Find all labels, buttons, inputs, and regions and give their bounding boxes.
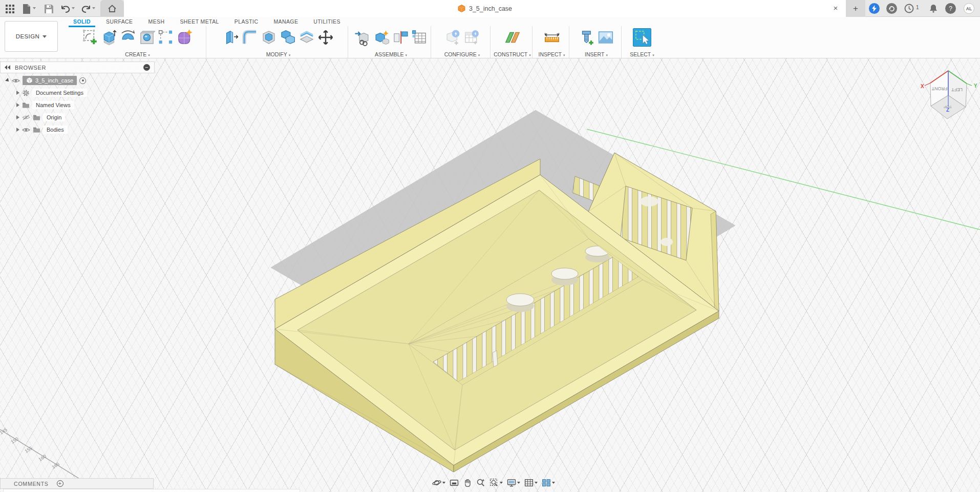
tab-sheet-metal[interactable]: SHEET METAL xyxy=(172,17,226,26)
visibility-eye-icon[interactable] xyxy=(12,78,20,84)
visibility-off-eye-icon[interactable] xyxy=(22,114,30,120)
visibility-eye-icon[interactable] xyxy=(22,127,30,133)
extensions-button[interactable] xyxy=(869,3,880,14)
save-button[interactable] xyxy=(42,2,55,15)
viewcube[interactable]: FRONT LEFT TOP X Y Z xyxy=(903,59,980,128)
group-create: CREATE xyxy=(69,26,206,58)
undo-button[interactable] xyxy=(59,2,72,15)
job-status-button[interactable] xyxy=(886,3,897,14)
configuration-table-icon[interactable] xyxy=(463,29,480,46)
viewcube-cube[interactable]: FRONT LEFT TOP X Y Z xyxy=(921,71,977,119)
browser-header[interactable]: BROWSER − xyxy=(0,61,155,73)
combine-icon[interactable] xyxy=(279,29,296,46)
expand-icon[interactable] xyxy=(16,103,19,107)
select-dropdown[interactable]: SELECT xyxy=(624,51,661,57)
app-grid-icon[interactable] xyxy=(3,2,16,15)
grid-settings-button[interactable] xyxy=(523,477,539,488)
activate-component-radio[interactable] xyxy=(79,77,86,84)
file-menu-button[interactable] xyxy=(19,2,33,15)
move-copy-icon[interactable] xyxy=(317,29,334,46)
grid-icon xyxy=(524,478,534,487)
tree-row-named-views[interactable]: Named Views xyxy=(0,100,155,110)
svg-text:145: 145 xyxy=(0,427,8,436)
insert-canvas-icon[interactable] xyxy=(597,29,614,46)
create-sketch-icon[interactable] xyxy=(81,29,99,46)
expand-icon[interactable] xyxy=(16,91,19,95)
viewports-button[interactable] xyxy=(541,477,556,488)
hole-icon[interactable] xyxy=(138,29,156,46)
group-configure: CONFIGURE xyxy=(434,26,491,58)
new-component-icon[interactable] xyxy=(373,29,390,46)
tab-solid[interactable]: SOLID xyxy=(66,17,98,26)
tab-plastic[interactable]: PLASTIC xyxy=(227,17,266,26)
look-at-button[interactable] xyxy=(449,477,460,488)
configure-dropdown[interactable]: CONFIGURE xyxy=(434,51,490,57)
select-tool-icon[interactable] xyxy=(633,28,651,47)
tab-manage[interactable]: MANAGE xyxy=(266,17,306,26)
file-menu-caret[interactable] xyxy=(33,7,36,9)
collapse-panel-icon[interactable] xyxy=(5,65,11,70)
document-tab[interactable]: 3_5_inch_case × xyxy=(124,0,846,17)
tree-label: Origin xyxy=(43,113,65,121)
measure-icon[interactable] xyxy=(543,29,561,46)
shell-icon[interactable] xyxy=(260,29,278,46)
fit-button[interactable] xyxy=(488,477,504,488)
construct-dropdown[interactable]: CONSTRUCT xyxy=(493,51,532,57)
root-node[interactable]: 3_5_inch_case xyxy=(23,76,77,85)
clock-icon xyxy=(904,4,914,13)
pan-button[interactable] xyxy=(462,477,473,488)
expand-icon-root[interactable] xyxy=(5,78,10,83)
home-tab[interactable] xyxy=(100,0,124,17)
tree-row-document-settings[interactable]: Document Settings xyxy=(0,88,155,98)
press-pull-icon[interactable] xyxy=(222,29,240,46)
title-bar: 3_5_inch_case × + 1 xyxy=(0,0,980,17)
svg-text:LEFT: LEFT xyxy=(951,87,963,92)
tab-surface[interactable]: SURFACE xyxy=(98,17,140,26)
tab-utilities[interactable]: UTILITIES xyxy=(306,17,348,26)
assemble-dropdown[interactable]: ASSEMBLE xyxy=(351,51,431,57)
undo-caret[interactable] xyxy=(72,7,75,9)
notification-center-button[interactable] xyxy=(904,3,914,14)
insert-dropdown[interactable]: INSERT xyxy=(571,51,621,57)
tab-mesh[interactable]: MESH xyxy=(141,17,173,26)
close-tab-button[interactable]: × xyxy=(830,3,841,13)
comments-bar[interactable]: COMMENTS + xyxy=(0,478,154,489)
group-modify: MODIFY xyxy=(209,26,348,58)
zoom-button[interactable] xyxy=(475,477,486,488)
ribbon-tabs: SOLID SURFACE MESH SHEET METAL PLASTIC M… xyxy=(66,17,348,26)
expand-icon[interactable] xyxy=(16,115,19,119)
rectangular-pattern-icon[interactable] xyxy=(157,29,175,46)
inspect-dropdown[interactable]: INSPECT xyxy=(535,51,569,57)
add-comment-button[interactable]: + xyxy=(57,480,63,487)
notifications-button[interactable] xyxy=(928,3,939,14)
tree-row-root[interactable]: 3_5_inch_case xyxy=(0,75,155,86)
insert-derive-icon[interactable] xyxy=(354,29,371,46)
create-form-icon[interactable] xyxy=(176,29,194,46)
orbit-icon xyxy=(432,478,441,487)
tree-row-bodies[interactable]: Bodies xyxy=(0,125,155,135)
tree-label: Bodies xyxy=(43,126,68,134)
construction-plane-icon[interactable] xyxy=(504,29,521,46)
bom-table-icon[interactable] xyxy=(411,29,428,46)
display-settings-button[interactable] xyxy=(506,477,521,488)
tree-row-origin[interactable]: Origin xyxy=(0,112,155,122)
avatar[interactable]: AL xyxy=(964,3,974,14)
insert-fastener-icon[interactable] xyxy=(578,29,595,46)
joint-icon[interactable] xyxy=(392,29,409,46)
redo-button[interactable] xyxy=(79,2,93,15)
collapse-tree-button[interactable]: − xyxy=(143,64,150,71)
help-button[interactable]: ? xyxy=(945,3,956,14)
expand-icon[interactable] xyxy=(16,128,19,132)
modify-dropdown[interactable]: MODIFY xyxy=(209,51,348,57)
redo-caret[interactable] xyxy=(92,7,95,9)
workspace-selector[interactable]: DESIGN xyxy=(5,21,58,52)
new-tab-button[interactable]: + xyxy=(846,0,865,17)
pan-hand-icon xyxy=(463,478,472,487)
configure-design-icon[interactable] xyxy=(444,29,461,46)
offset-face-icon[interactable] xyxy=(298,29,315,46)
fillet-icon[interactable] xyxy=(241,29,259,46)
create-dropdown[interactable]: CREATE xyxy=(69,51,206,57)
revolve-icon[interactable] xyxy=(119,29,137,46)
orbit-button[interactable] xyxy=(431,477,446,488)
extrude-icon[interactable] xyxy=(100,29,118,46)
